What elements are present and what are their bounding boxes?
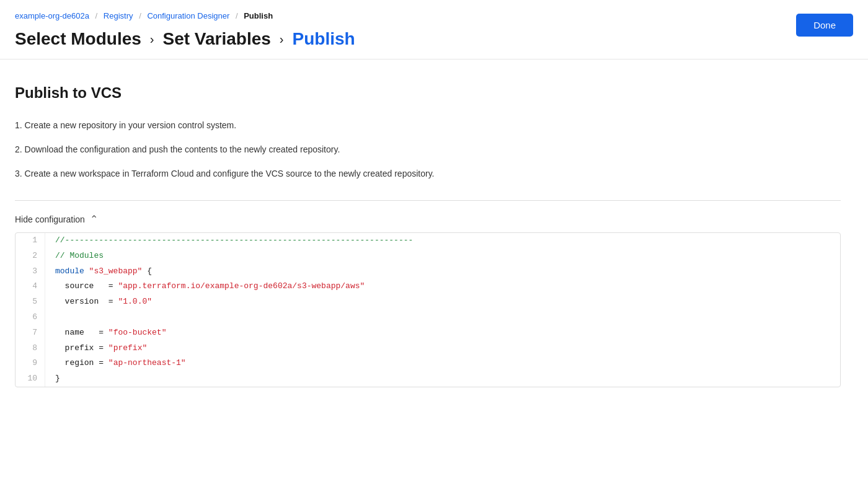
- line-code: name = "foo-bucket": [45, 325, 840, 341]
- breadcrumb-sep-3: /: [236, 11, 240, 20]
- main-content: Publish to VCS 1. Create a new repositor…: [0, 59, 856, 402]
- step-chevron-1: ›: [150, 32, 154, 46]
- step-text-2: Download the configuration and push the …: [25, 144, 340, 154]
- publish-step-1: 1. Create a new repository in your versi…: [15, 119, 841, 132]
- line-number: 8: [16, 341, 45, 356]
- publish-step-2: 2. Download the configuration and push t…: [15, 143, 841, 156]
- stepper: Select Modules › Set Variables › Publish: [15, 29, 355, 49]
- line-number: 5: [16, 294, 45, 310]
- header: example-org-de602a / Registry / Configur…: [0, 0, 868, 59]
- step-publish[interactable]: Publish: [293, 29, 355, 49]
- line-number: 2: [16, 248, 45, 264]
- step-select-modules[interactable]: Select Modules: [15, 29, 141, 49]
- breadcrumb-config-designer[interactable]: Configuration Designer: [147, 11, 229, 20]
- chevron-up-icon: ⌃: [90, 213, 98, 225]
- line-code: }: [45, 371, 840, 387]
- breadcrumb-current: Publish: [244, 11, 273, 20]
- step-num-2: 2.: [15, 144, 22, 154]
- step-chevron-2: ›: [280, 32, 284, 46]
- step-text-3: Create a new workspace in Terraform Clou…: [25, 169, 435, 178]
- line-number: 6: [16, 310, 45, 325]
- line-code: region = "ap-northeast-1": [45, 356, 840, 371]
- line-number: 10: [16, 371, 45, 387]
- code-block[interactable]: 1//-------------------------------------…: [15, 232, 841, 387]
- step-num-1: 1.: [15, 120, 22, 130]
- line-number: 4: [16, 279, 45, 294]
- line-code: module "s3_webapp" {: [45, 264, 840, 279]
- divider: [15, 200, 841, 201]
- code-table: 1//-------------------------------------…: [16, 233, 840, 387]
- line-code: version = "1.0.0": [45, 294, 840, 310]
- line-code: [45, 310, 840, 325]
- line-number: 3: [16, 264, 45, 279]
- header-left: example-org-de602a / Registry / Configur…: [15, 11, 355, 49]
- step-set-variables[interactable]: Set Variables: [163, 29, 271, 49]
- line-code: source = "app.terraform.io/example-org-d…: [45, 279, 840, 294]
- line-code: prefix = "prefix": [45, 341, 840, 356]
- breadcrumb-org[interactable]: example-org-de602a: [15, 11, 89, 20]
- breadcrumb-sep-1: /: [95, 11, 100, 20]
- publish-steps: 1. Create a new repository in your versi…: [15, 119, 841, 180]
- hide-config-toggle[interactable]: Hide configuration ⌃: [15, 213, 841, 225]
- breadcrumb-sep-2: /: [139, 11, 143, 20]
- line-number: 7: [16, 325, 45, 341]
- done-button[interactable]: Done: [796, 14, 853, 37]
- hide-config-label: Hide configuration: [15, 214, 85, 224]
- breadcrumb: example-org-de602a / Registry / Configur…: [15, 11, 355, 20]
- line-number: 9: [16, 356, 45, 371]
- step-text-1: Create a new repository in your version …: [25, 120, 237, 130]
- line-code: //--------------------------------------…: [45, 233, 840, 248]
- step-num-3: 3.: [15, 169, 22, 178]
- breadcrumb-registry[interactable]: Registry: [104, 11, 133, 20]
- publish-step-3: 3. Create a new workspace in Terraform C…: [15, 167, 841, 180]
- line-code: // Modules: [45, 248, 840, 264]
- section-title: Publish to VCS: [15, 84, 841, 102]
- line-number: 1: [16, 233, 45, 248]
